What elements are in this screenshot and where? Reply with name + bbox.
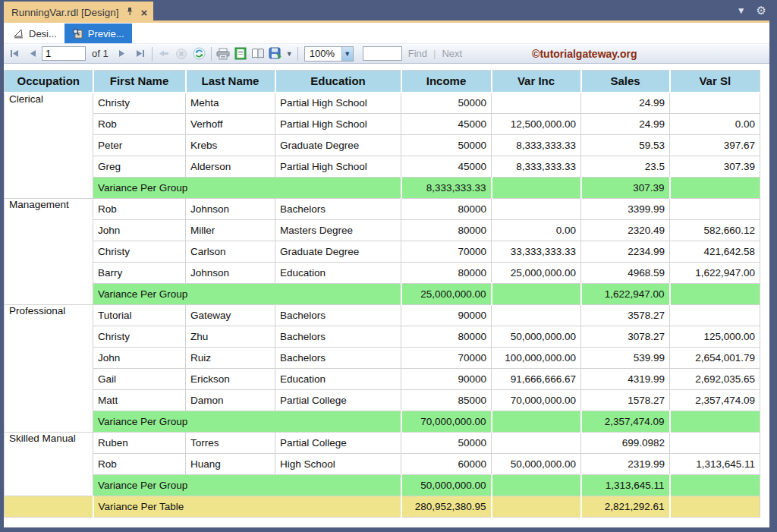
watermark-text: ©tutorialgateway.org (532, 48, 637, 60)
column-header: First Name (93, 71, 186, 93)
zoom-combo[interactable]: 100% ▼ (304, 46, 354, 61)
next-page-button[interactable] (115, 46, 131, 61)
table-header-row: OccupationFirst NameLast NameEducationIn… (5, 71, 760, 93)
group-variance-row: Variance Per Group50,000,000.001,313,645… (5, 475, 760, 496)
cell-var-sl (670, 93, 760, 114)
tab-design[interactable]: Desi... (6, 24, 64, 43)
cell-var-inc: 50,000,000.00 (492, 326, 581, 348)
document-title: RunningVar.rdl [Design] (11, 7, 119, 18)
cell-var-inc: 91,666,666.67 (492, 369, 581, 390)
page-setup-button[interactable] (250, 46, 266, 61)
table-variance-label: Variance Per Table (93, 496, 401, 518)
cell-income: 45000 (401, 156, 492, 178)
report-table: OccupationFirst NameLast NameEducationIn… (4, 70, 760, 518)
close-icon[interactable]: × (141, 7, 148, 18)
group-variance-row: Variance Per Group8,333,333.33307.39 (5, 178, 760, 199)
cell-education: Partial High School (275, 114, 401, 135)
group-variance-sales: 2,357,474.09 (581, 411, 670, 433)
cell-first-name: John (93, 220, 186, 241)
cell-education: Partial College (275, 390, 401, 411)
table-variance-sales: 2,821,292.61 (581, 496, 670, 518)
cell-income: 90000 (401, 369, 492, 390)
cell-first-name: Greg (93, 156, 186, 178)
pin-icon[interactable] (126, 7, 134, 17)
cell-education: Bachelors (275, 305, 401, 326)
group-variance-income: 50,000,000.00 (401, 475, 492, 496)
document-tab[interactable]: RunningVar.rdl [Design] × (4, 2, 153, 23)
column-header: Income (401, 71, 492, 93)
data-row: ClericalChristyMehtaPartial High School5… (5, 93, 760, 114)
cell-var-sl: 397.67 (670, 135, 760, 156)
export-dropdown-arrow[interactable]: ▼ (285, 46, 294, 61)
cell-last-name: Mehta (186, 93, 275, 114)
data-row: JohnMillerMasters Degree800000.002320.49… (5, 220, 760, 241)
cell-var-sl: 2,692,035.65 (670, 369, 760, 390)
preview-toolbar: of 1 (4, 43, 769, 64)
last-page-button[interactable] (132, 46, 148, 61)
first-page-button[interactable] (7, 46, 23, 61)
group-variance-label: Variance Per Group (93, 475, 401, 496)
cell-first-name: Matt (93, 390, 186, 411)
cell-last-name: Torres (186, 433, 275, 454)
print-button[interactable] (215, 46, 231, 61)
table-variance-var-sl (670, 496, 760, 518)
column-header: Education (275, 71, 401, 93)
next-button[interactable]: Next (442, 48, 462, 59)
cell-income: 90000 (401, 305, 492, 326)
group-variance-var-sl (670, 178, 760, 199)
tab-preview-label: Previe... (88, 28, 124, 39)
data-row: PeterKrebsGraduate Degree500008,333,333.… (5, 135, 760, 156)
cell-first-name: Christy (93, 241, 186, 263)
cell-var-sl: 125,000.00 (670, 326, 760, 348)
chevron-down-icon[interactable]: ▼ (737, 5, 746, 16)
column-header: Last Name (186, 71, 275, 93)
cancel-button[interactable] (174, 46, 190, 61)
cell-last-name: Alderson (186, 156, 275, 178)
data-row: Skilled ManualRubenTorresPartial College… (5, 433, 760, 454)
title-bar: RunningVar.rdl [Design] × ▼ ⚙ (0, 0, 777, 23)
tab-preview[interactable]: Previe... (64, 24, 132, 43)
data-row: MattDamonPartial College8500070,000,000.… (5, 390, 760, 411)
cell-first-name: Rob (93, 114, 186, 135)
group-variance-label: Variance Per Group (93, 411, 401, 433)
cell-last-name: Damon (186, 390, 275, 411)
find-input[interactable] (363, 46, 402, 61)
cell-first-name: Christy (93, 326, 186, 348)
cell-var-inc: 33,333,333.33 (492, 241, 581, 263)
cell-sales: 3078.27 (581, 326, 670, 348)
cell-income: 50000 (401, 93, 492, 114)
gear-icon[interactable]: ⚙ (757, 4, 766, 17)
cell-first-name: Christy (93, 93, 186, 114)
refresh-button[interactable] (191, 46, 207, 61)
cell-sales: 699.0982 (581, 433, 670, 454)
cell-last-name: Gateway (186, 305, 275, 326)
cell-sales: 1578.27 (581, 390, 670, 411)
print-layout-button[interactable] (233, 46, 249, 61)
cell-sales: 3399.99 (581, 199, 670, 220)
group-variance-var-inc (492, 284, 581, 305)
back-button[interactable] (156, 46, 172, 61)
cell-var-sl: 307.39 (670, 156, 760, 178)
cell-education: Partial High School (275, 93, 401, 114)
cell-var-inc (492, 93, 581, 114)
cell-education: Masters Degree (275, 220, 401, 241)
page-number-input[interactable] (42, 46, 86, 61)
cell-var-sl: 0.00 (670, 114, 760, 135)
cell-last-name: Miller (186, 220, 275, 241)
export-button[interactable] (268, 46, 284, 61)
cell-education: Bachelors (275, 326, 401, 348)
cell-var-inc: 12,500,000.00 (492, 114, 581, 135)
cell-income: 50000 (401, 433, 492, 454)
zoom-dropdown-button[interactable]: ▼ (341, 47, 353, 61)
previous-page-button[interactable] (24, 46, 40, 61)
find-button[interactable]: Find (408, 48, 427, 59)
table-variance-income: 280,952,380.95 (401, 496, 492, 518)
cell-education: Bachelors (275, 348, 401, 369)
cell-sales: 2234.99 (581, 241, 670, 263)
cell-sales: 24.99 (581, 93, 670, 114)
cell-var-inc: 8,333,333.33 (492, 135, 581, 156)
cell-income: 80000 (401, 263, 492, 284)
cell-var-inc: 50,000,000.00 (492, 454, 581, 475)
cell-sales: 59.53 (581, 135, 670, 156)
cell-occupation: Skilled Manual (5, 433, 93, 496)
